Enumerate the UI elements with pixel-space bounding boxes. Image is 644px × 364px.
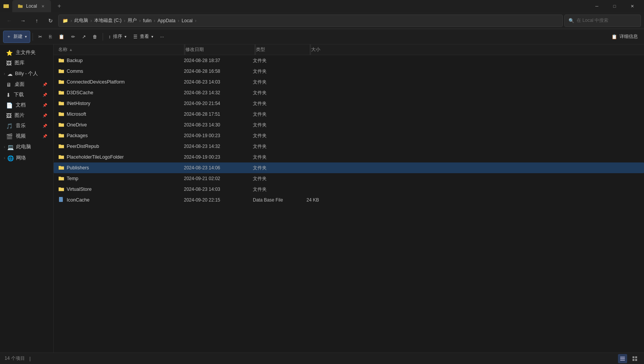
file-name: OneDrive (67, 122, 87, 128)
file-list-container: 名称 ▲ 修改日期 类型 大小 Backup2024-08-28 18:37文件… (54, 44, 644, 353)
table-row[interactable]: Comms2024-08-28 16:58文件夹 (54, 66, 644, 77)
file-name-cell: Microsoft (54, 111, 184, 118)
list-view-button[interactable] (618, 354, 627, 363)
svg-rect-7 (635, 356, 637, 358)
sidebar-item-pictures[interactable]: 🖼 图片 📌 (2, 110, 52, 121)
folder-icon (58, 100, 64, 107)
file-name-cell: Comms (54, 68, 184, 75)
table-row[interactable]: Microsoft2024-08-28 17:51文件夹 (54, 109, 644, 120)
downloads-icon: ⬇ (6, 92, 11, 98)
folder-icon (58, 164, 64, 172)
forward-button[interactable]: → (17, 15, 29, 27)
column-date[interactable]: 修改日期 (185, 46, 254, 53)
sidebar-item-billy[interactable]: › ☁ Billy - 个人 (0, 68, 53, 79)
view-label: 查看 (140, 33, 149, 40)
sidebar-item-computer[interactable]: › 💻 此电脑 (0, 141, 53, 152)
table-row[interactable]: D3DSCache2024-08-23 14:32文件夹 (54, 87, 644, 98)
table-row[interactable]: Backup2024-08-28 18:37文件夹 (54, 55, 644, 66)
paste-button[interactable]: 📋 (56, 31, 67, 43)
more-button[interactable]: ··· (157, 31, 167, 43)
file-type: 文件夹 (253, 57, 306, 64)
table-row[interactable]: VirtualStore2024-08-23 14:03文件夹 (54, 184, 644, 195)
table-row[interactable]: IconCache2024-09-20 22:15Data Base File2… (54, 195, 644, 205)
sidebar-label-home: 主文件夹 (16, 49, 36, 56)
sidebar-item-music[interactable]: 🎵 音乐 📌 (2, 121, 52, 131)
file-name-cell: D3DSCache (54, 89, 184, 97)
file-type: 文件夹 (253, 143, 306, 150)
tab-close-button[interactable]: ✕ (40, 3, 46, 9)
breadcrumb-computer[interactable]: 此电脑 (74, 17, 88, 24)
sidebar-item-downloads[interactable]: ⬇ 下载 📌 (2, 90, 52, 100)
breadcrumb[interactable]: 📁 › 此电脑 › 本地磁盘 (C:) › 用户 › fulin › AppDa… (58, 15, 563, 27)
refresh-button[interactable]: ↻ (44, 15, 57, 27)
details-label: 详细信息 (619, 33, 638, 40)
table-row[interactable]: Packages2024-09-19 00:23文件夹 (54, 130, 644, 141)
sidebar-item-documents[interactable]: 📄 文档 📌 (2, 100, 52, 110)
column-type[interactable]: 类型 (256, 46, 310, 53)
table-row[interactable]: INetHistory2024-09-20 21:54文件夹 (54, 98, 644, 109)
maximize-button[interactable]: □ (606, 0, 623, 12)
details-button[interactable]: 📋 详细信息 (608, 31, 641, 43)
table-row[interactable]: PeerDistRepub2024-08-23 14:32文件夹 (54, 141, 644, 152)
grid-view-button[interactable] (630, 354, 639, 363)
breadcrumb-local[interactable]: Local (182, 18, 193, 23)
file-date: 2024-08-23 14:32 (184, 90, 253, 95)
network-icon: 🌐 (7, 155, 14, 161)
toolbar-sep-2 (103, 33, 103, 41)
new-dropdown-icon: ▾ (25, 34, 27, 39)
sidebar-item-videos[interactable]: 🎬 视频 📌 (2, 131, 52, 141)
pin-icon-documents: 📌 (43, 103, 47, 107)
sidebar-label-downloads: 下载 (14, 92, 24, 98)
minimize-button[interactable]: ─ (588, 0, 606, 12)
back-button[interactable]: ← (3, 15, 15, 27)
file-type: Data Base File (253, 197, 306, 203)
column-name[interactable]: 名称 ▲ (54, 46, 184, 53)
paste-icon: 📋 (59, 34, 64, 39)
file-name-cell: Publishers (54, 164, 184, 172)
table-row[interactable]: ConnectedDevicesPlatform2024-08-23 14:03… (54, 77, 644, 87)
sidebar-label-billy: Billy - 个人 (15, 71, 38, 77)
sidebar-item-home[interactable]: ⭐ 主文件夹 (2, 48, 52, 58)
up-button[interactable]: ↑ (31, 15, 43, 27)
computer-icon: 💻 (7, 144, 14, 150)
grid-view-icon (632, 356, 637, 361)
table-row[interactable]: Temp2024-09-21 02:02文件夹 (54, 173, 644, 184)
rename-button[interactable]: ✏ (68, 31, 78, 43)
column-size[interactable]: 大小 (311, 46, 349, 53)
active-tab[interactable]: Local ✕ (12, 0, 51, 12)
delete-button[interactable]: 🗑 (90, 31, 100, 43)
breadcrumb-drive[interactable]: 本地磁盘 (C:) (94, 17, 121, 24)
new-button[interactable]: ＋ 新建 ▾ (3, 31, 30, 43)
delete-icon: 🗑 (93, 34, 97, 39)
cloud-icon: ☁ (7, 71, 13, 77)
app-icon (3, 3, 9, 9)
cut-button[interactable]: ✂ (35, 31, 45, 43)
expand-arrow-network-icon: › (4, 156, 5, 160)
close-button[interactable]: ✕ (623, 0, 641, 12)
file-name-cell: Backup (54, 57, 184, 64)
file-list-header: 名称 ▲ 修改日期 类型 大小 (54, 44, 644, 55)
sidebar-item-desktop[interactable]: 🖥 桌面 📌 (2, 79, 52, 90)
breadcrumb-users[interactable]: 用户 (128, 17, 137, 24)
toolbar: ＋ 新建 ▾ ✂ ⎘ 📋 ✏ ↗ 🗑 ↕ 排序 ▾ ☰ 查看 ▾ ··· 📋 详… (0, 29, 644, 44)
folder-icon (58, 121, 64, 129)
file-name-cell: ConnectedDevicesPlatform (54, 79, 184, 86)
sort-button[interactable]: ↕ 排序 ▾ (105, 31, 129, 43)
copy-button[interactable]: ⎘ (46, 31, 55, 43)
sidebar-item-network[interactable]: › 🌐 网络 (0, 152, 53, 164)
table-row[interactable]: Publishers2024-08-23 14:06文件夹 (54, 162, 644, 173)
file-type: 文件夹 (253, 165, 306, 171)
sidebar-item-gallery[interactable]: 🖼 图库 (2, 58, 52, 68)
new-tab-button[interactable]: + (54, 1, 65, 11)
breadcrumb-appdata[interactable]: AppData (157, 18, 175, 23)
table-row[interactable]: PlaceholderTileLogoFolder2024-09-19 00:2… (54, 152, 644, 162)
file-name-cell: IconCache (54, 197, 184, 204)
share-button[interactable]: ↗ (79, 31, 89, 43)
table-row[interactable]: OneDrive2024-08-23 14:30文件夹 (54, 120, 644, 130)
pin-icon-desktop: 📌 (43, 82, 47, 87)
view-button[interactable]: ☰ 查看 ▾ (130, 31, 156, 43)
file-type: 文件夹 (253, 122, 306, 128)
search-bar[interactable]: 🔍 在 Local 中搜索 (564, 15, 641, 27)
breadcrumb-user[interactable]: fulin (143, 18, 151, 23)
file-name-cell: PeerDistRepub (54, 143, 184, 150)
